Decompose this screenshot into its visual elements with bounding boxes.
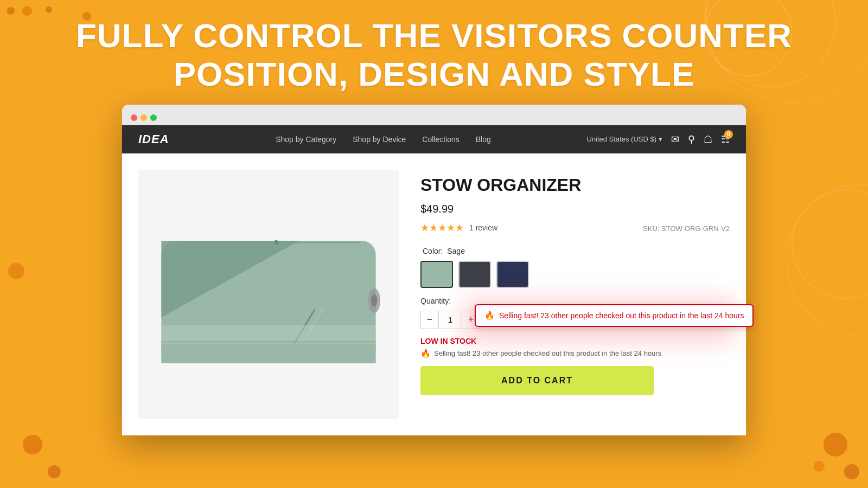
minimize-dot[interactable]: [141, 114, 147, 121]
color-swatch-sage[interactable]: [420, 261, 453, 288]
browser-dots: [131, 114, 157, 121]
close-dot[interactable]: [131, 114, 137, 121]
product-details: STOW ORGANIZER $49.99 ★★★★★ 1 review SKU…: [420, 170, 730, 419]
sku-value: STOW-ORG-GRN-V2: [661, 224, 730, 233]
country-label: United States (USD $): [586, 135, 656, 143]
svg-rect-21: [161, 344, 375, 363]
headline-text: FULLY CONTROL THE VISITORS COUNTER POSIT…: [43, 16, 825, 94]
color-label: Color: Sage: [420, 247, 730, 255]
email-icon[interactable]: ✉: [671, 133, 679, 145]
rating-sku-row: ★★★★★ 1 review SKU: STOW-ORG-GRN-V2: [420, 222, 730, 236]
fire-icon: 🔥: [484, 311, 495, 320]
product-price: $49.99: [420, 203, 730, 215]
cart-count: 0: [724, 130, 733, 139]
svg-point-7: [23, 435, 42, 454]
svg-point-8: [48, 465, 61, 478]
svg-point-9: [824, 433, 847, 457]
star-rating: ★★★★★: [420, 222, 464, 234]
headline-section: FULLY CONTROL THE VISITORS COUNTER POSIT…: [0, 0, 868, 105]
browser-chrome: [122, 105, 746, 125]
product-image: [138, 170, 399, 419]
nav-shop-category[interactable]: Shop by Category: [276, 135, 336, 144]
color-selected-name: Sage: [447, 247, 465, 255]
color-label-text: Color:: [423, 247, 443, 255]
sku-info: SKU: STOW-ORG-GRN-V2: [643, 224, 730, 233]
search-icon[interactable]: ⚲: [688, 133, 695, 145]
navbar: IDEA Shop by Category Shop by Device Col…: [122, 125, 746, 153]
product-image-area: [138, 170, 399, 419]
account-icon[interactable]: ☖: [704, 133, 712, 145]
color-swatch-navy[interactable]: [496, 261, 529, 288]
headline-line1: FULLY CONTROL THE VISITORS COUNTER: [76, 17, 792, 54]
add-to-cart-button[interactable]: ADD TO CART: [420, 366, 654, 395]
svg-point-10: [844, 464, 859, 479]
quantity-value: 1: [439, 311, 462, 329]
product-title: STOW ORGANIZER: [420, 175, 730, 195]
svg-point-13: [787, 184, 868, 336]
color-section: Color: Sage: [420, 247, 730, 288]
urgency-tooltip: 🔥 Selling fast! 23 other people checked …: [475, 304, 754, 327]
nav-blog[interactable]: Blog: [476, 135, 491, 144]
store-content: STOW ORGANIZER $49.99 ★★★★★ 1 review SKU…: [122, 153, 746, 435]
browser-window: IDEA Shop by Category Shop by Device Col…: [122, 105, 746, 435]
color-swatches: [420, 261, 730, 288]
svg-point-12: [792, 190, 868, 298]
sku-label: SKU:: [643, 224, 659, 233]
quantity-decrease-button[interactable]: −: [420, 311, 439, 329]
selling-fast-message: Selling fast! 23 other people checked ou…: [434, 349, 661, 357]
svg-point-24: [274, 240, 278, 244]
selling-fast-text: 🔥 Selling fast! 23 other people checked …: [420, 349, 730, 358]
review-count: 1 review: [469, 223, 497, 232]
country-selector[interactable]: United States (USD $) ▾: [586, 135, 662, 143]
color-swatch-charcoal[interactable]: [458, 261, 491, 288]
nav-collections[interactable]: Collections: [422, 135, 459, 144]
svg-point-14: [8, 263, 24, 279]
nav-shop-device[interactable]: Shop by Device: [353, 135, 406, 144]
fire-icon-inline: 🔥: [420, 349, 431, 358]
headline-line2: POSITION, DESIGN AND STYLE: [174, 55, 695, 93]
chevron-down-icon: ▾: [659, 135, 662, 143]
svg-point-20: [371, 294, 377, 307]
tooltip-text: Selling fast! 23 other people checked ou…: [499, 311, 744, 320]
nav-right: United States (USD $) ▾ ✉ ⚲ ☖ ☷ 0: [586, 133, 730, 145]
product-rating: ★★★★★ 1 review: [420, 222, 497, 234]
site-logo[interactable]: IDEA: [138, 132, 169, 146]
svg-point-11: [814, 461, 825, 472]
maximize-dot[interactable]: [150, 114, 157, 121]
nav-links: Shop by Category Shop by Device Collecti…: [202, 135, 565, 144]
cart-button[interactable]: ☷ 0: [721, 133, 730, 145]
stock-section: 🔥 Selling fast! 23 other people checked …: [420, 337, 730, 358]
